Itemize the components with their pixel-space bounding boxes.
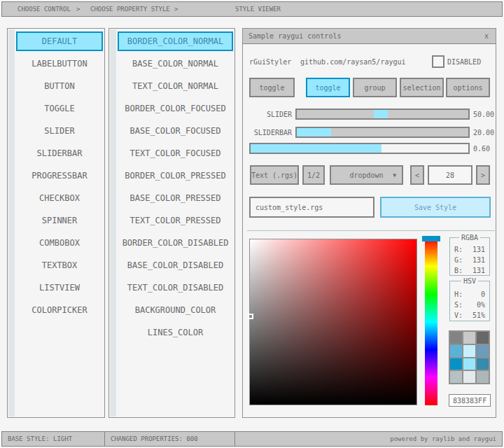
palette-swatch[interactable] [463,371,475,383]
palette-swatch[interactable] [477,371,489,383]
hex-color-input[interactable]: 838383FF [449,394,491,407]
filename-input[interactable]: custom_style.rgs [249,197,374,218]
slider-label: SLIDER [249,108,292,120]
green-value: 131 [472,256,485,264]
controls-list-panel: DEFAULT LABELBUTTON BUTTON TOGGLE SLIDER… [7,28,105,418]
app-name-label: rGuiStyler [249,55,291,68]
palette-swatch[interactable] [463,358,475,370]
palette-swatch[interactable] [477,358,489,370]
sliderbar[interactable] [295,127,470,138]
list-item-base-color-normal[interactable]: BASE_COLOR_NORMAL [118,54,233,74]
slider[interactable] [295,108,470,120]
sliderbar-label: SLIDERBAR [249,127,292,138]
value-label: V: [454,312,463,319]
list-item-base-color-focused[interactable]: BASE_COLOR_FOCUSED [118,121,233,141]
list-item-border-color-normal[interactable]: BORDER_COLOR_NORMAL [118,31,233,51]
blue-value: 131 [472,267,485,274]
green-label: G: [454,256,463,264]
list-item-border-color-disabled[interactable]: BORDER_COLOR_DISABLED [118,233,233,253]
palette-swatch[interactable] [450,345,462,357]
text-rgs-button[interactable]: Text (.rgs) [250,165,299,185]
hue-label: H: [454,290,463,298]
saturation-value: 0% [477,301,485,309]
progressbar [249,143,470,154]
window-titlebar[interactable]: Sample raygui controls x [243,29,496,44]
list-item-text-color-focused[interactable]: TEXT_COLOR_FOCUSED [118,144,233,163]
status-base-style: BASE STYLE: LIGHT [1,431,105,447]
spinner-increment-button[interactable]: > [476,165,490,185]
color-saturation-value-picker[interactable] [249,239,417,405]
status-changed-properties: CHANGED PROPERTIES: 000 [104,431,235,447]
dropdown-label: dropdown [349,172,383,179]
properties-list-scrollbar[interactable] [110,29,116,416]
rgba-groupbox-title: RGBA [459,234,480,241]
slider-knob[interactable] [374,110,388,118]
style-palette-grid [449,330,490,384]
half-toggle-button[interactable]: 1/2 [302,165,325,185]
hsv-groupbox-title: HSV [461,277,478,285]
list-item-labelbutton[interactable]: LABELBUTTON [16,54,103,74]
list-item-border-color-focused[interactable]: BORDER_COLOR_FOCUSED [118,99,233,118]
list-item-default[interactable]: DEFAULT [16,31,103,51]
palette-swatch[interactable] [477,345,489,357]
list-item-toggle[interactable]: TOGGLE [16,99,103,118]
disabled-label: DISABLED [447,55,481,68]
color-picker-marker[interactable] [248,314,253,319]
palette-swatch[interactable] [477,332,489,344]
list-item-border-color-pressed[interactable]: BORDER_COLOR_PRESSED [118,166,233,186]
list-item-colorpicker[interactable]: COLORPICKER [16,300,103,320]
list-item-progressbar[interactable]: PROGRESSBAR [16,166,103,186]
chevron-right-icon: > [174,6,178,13]
list-item-textbox[interactable]: TEXTBOX [16,255,103,275]
list-item-sliderbar[interactable]: SLIDERBAR [16,144,103,163]
list-item-text-color-disabled[interactable]: TEXT_COLOR_DISABLED [118,278,233,298]
save-style-button[interactable]: Save Style [380,197,491,218]
spinner-decrement-button[interactable]: < [410,165,424,185]
hsv-groupbox: HSV H: 0 S: 0% V: 51% [449,281,490,321]
palette-swatch[interactable] [463,332,475,344]
hue-value: 0 [481,290,485,298]
list-item-base-color-pressed[interactable]: BASE_COLOR_PRESSED [118,188,233,208]
sliderbar-value: 20.00 [473,127,494,138]
repo-link[interactable]: github.com/raysan5/raygui [300,55,406,68]
toggle-group-item-options[interactable]: options [446,78,490,97]
list-item-listview[interactable]: LISTVIEW [16,278,103,298]
toggle-group-item-group[interactable]: group [353,78,397,97]
toggle-group-item-selection[interactable]: selection [400,78,444,97]
list-item-button[interactable]: BUTTON [16,76,103,96]
palette-swatch[interactable] [450,358,462,370]
breadcrumb-style-viewer: STYLE VIEWER [235,6,281,13]
hue-slider[interactable] [425,239,438,405]
divider-line [247,230,495,231]
list-item-spinner[interactable]: SPINNER [16,211,103,230]
list-item-background-color[interactable]: BACKGROUND_COLOR [118,300,233,320]
palette-swatch[interactable] [450,371,462,383]
sliderbar-fill [297,128,331,136]
hue-slider-selector[interactable] [422,236,440,241]
list-item-checkbox[interactable]: CHECKBOX [16,188,103,208]
list-item-slider[interactable]: SLIDER [16,121,103,141]
list-item-combobox[interactable]: COMBOBOX [16,233,103,253]
disabled-checkbox[interactable] [432,55,444,68]
list-item-base-color-disabled[interactable]: BASE_COLOR_DISABLED [118,255,233,275]
close-icon[interactable]: x [483,32,490,40]
controls-list-scrollbar[interactable] [8,29,15,416]
toggle-button[interactable]: toggle [249,78,295,97]
breadcrumb-choose-property-style: CHOOSE PROPERTY STYLE [90,6,170,13]
window-title: Sample raygui controls [248,32,341,40]
spinner-value-field[interactable]: 28 [428,165,472,185]
list-item-lines-color[interactable]: LINES_COLOR [118,323,233,342]
palette-swatch[interactable] [450,332,462,344]
blue-label: B: [454,267,463,274]
palette-swatch[interactable] [463,345,475,357]
status-powered-by: powered by raylib and raygui [234,431,503,447]
list-item-text-color-pressed[interactable]: TEXT_COLOR_PRESSED [118,211,233,230]
dropdown-select[interactable]: dropdown ▼ [330,165,403,185]
properties-list-panel: BORDER_COLOR_NORMAL BASE_COLOR_NORMAL TE… [108,28,235,418]
value-value: 51% [472,312,485,319]
toggle-group-item-toggle[interactable]: toggle [306,78,350,97]
red-value: 131 [472,246,485,253]
slider-value: 50.00 [473,108,494,120]
breadcrumb: CHOOSE CONTROL > CHOOSE PROPERTY STYLE >… [1,1,503,17]
list-item-text-color-normal[interactable]: TEXT_COLOR_NORMAL [118,76,233,96]
